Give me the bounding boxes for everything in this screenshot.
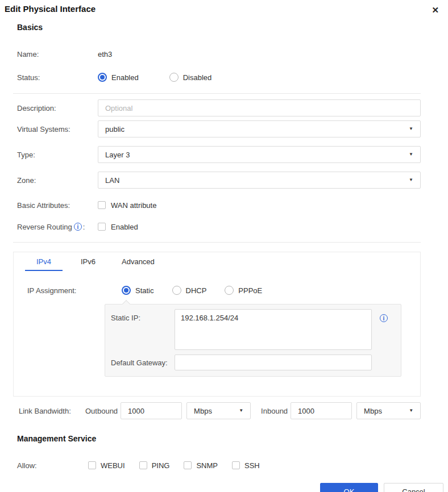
status-enabled-option[interactable]: Enabled <box>98 73 139 82</box>
checkbox-unchecked-icon[interactable] <box>88 461 96 469</box>
reverse-routing-row: Reverse Routing i : Enabled <box>17 222 421 232</box>
reverse-routing-label-group: Reverse Routing i : <box>17 223 98 231</box>
name-label: Name: <box>17 50 98 59</box>
checkbox-unchecked-icon[interactable] <box>98 201 106 209</box>
radio-checked-icon[interactable] <box>122 286 131 295</box>
zone-value: LAN <box>105 176 119 185</box>
type-select[interactable]: Layer 3 ▼ <box>98 146 421 163</box>
status-disabled-option[interactable]: Disabled <box>169 73 212 82</box>
reverse-routing-enabled-option[interactable]: Enabled <box>98 223 138 231</box>
zone-label: Zone: <box>17 176 98 185</box>
reverse-routing-colon: : <box>83 223 85 231</box>
status-enabled-label: Enabled <box>111 73 139 82</box>
static-ip-textarea[interactable]: 192.168.1.254/24 <box>175 309 372 350</box>
allow-webui-option[interactable]: WEBUI <box>88 461 125 470</box>
close-icon[interactable]: ✕ <box>430 4 440 16</box>
allow-ping-option[interactable]: PING <box>139 461 170 470</box>
allow-webui-label: WEBUI <box>101 461 125 470</box>
allow-label: Allow: <box>17 461 88 470</box>
tab-bar: IPv4 IPv6 Advanced <box>14 252 420 271</box>
type-value: Layer 3 <box>105 151 130 159</box>
allow-ssh-label: SSH <box>244 461 260 470</box>
allow-snmp-label: SNMP <box>196 461 218 470</box>
virtual-systems-label: Virtual Systems: <box>17 125 98 134</box>
info-icon[interactable]: i <box>74 223 82 231</box>
dialog-header: Edit Physical Interface ✕ <box>0 0 448 16</box>
static-ip-label: Static IP: <box>111 309 175 350</box>
checkbox-unchecked-icon[interactable] <box>184 461 192 469</box>
outbound-unit-value: Mbps <box>194 407 212 415</box>
default-gateway-label: Default Gateway: <box>111 358 175 367</box>
outbound-value-input[interactable] <box>121 402 182 419</box>
ip-assignment-static-label: Static <box>135 286 154 295</box>
type-row: Type: Layer 3 ▼ <box>17 146 421 163</box>
radio-unchecked-icon[interactable] <box>172 286 181 295</box>
name-value: eth3 <box>98 50 112 59</box>
allow-snmp-option[interactable]: SNMP <box>184 461 218 470</box>
ip-settings-panel: IPv4 IPv6 Advanced IP Assignment: Static… <box>13 252 421 397</box>
chevron-down-icon: ▼ <box>409 408 413 413</box>
info-icon[interactable]: i <box>380 314 388 322</box>
ip-assignment-pppoe-label: PPPoE <box>238 286 262 295</box>
wan-attribute-label: WAN attribute <box>111 201 156 210</box>
inbound-label: Inbound <box>261 407 288 415</box>
management-service-heading: Management Service <box>17 434 421 443</box>
default-gateway-input[interactable] <box>175 355 372 370</box>
divider <box>13 93 421 94</box>
checkbox-unchecked-icon[interactable] <box>232 461 240 469</box>
basics-heading: Basics <box>17 23 421 32</box>
type-label: Type: <box>17 151 98 159</box>
tab-ipv6[interactable]: IPv6 <box>69 252 107 271</box>
ip-assignment-radio-group: Static DHCP PPPoE <box>122 286 280 295</box>
radio-checked-icon[interactable] <box>98 73 107 82</box>
description-row: Description: <box>17 99 421 116</box>
basic-attributes-label: Basic Attributes: <box>17 201 98 210</box>
allow-row: Allow: WEBUI PING SNMP SSH <box>17 460 421 470</box>
dialog-title: Edit Physical Interface <box>5 4 96 14</box>
ip-assignment-static-option[interactable]: Static <box>122 286 154 295</box>
ip-assignment-pppoe-option[interactable]: PPPoE <box>225 286 262 295</box>
status-radio-group: Enabled Disabled <box>98 73 242 82</box>
chevron-down-icon: ▼ <box>409 178 413 182</box>
static-ip-row: Static IP: 192.168.1.254/24 i <box>111 309 394 350</box>
chevron-down-icon: ▼ <box>409 152 413 157</box>
dialog-footer: OK Cancel <box>0 483 448 492</box>
divider <box>13 242 421 243</box>
checkbox-unchecked-icon[interactable] <box>98 223 106 231</box>
description-input[interactable] <box>98 99 421 116</box>
default-gateway-row: Default Gateway: <box>111 355 394 370</box>
virtual-systems-select[interactable]: public ▼ <box>98 120 421 137</box>
ip-assignment-dhcp-label: DHCP <box>186 286 207 295</box>
panel-notch <box>122 300 130 308</box>
radio-unchecked-icon[interactable] <box>225 286 234 295</box>
ip-assignment-label: IP Assignment: <box>27 286 122 295</box>
name-row: Name: eth3 <box>17 48 421 60</box>
radio-unchecked-icon[interactable] <box>169 73 179 82</box>
inbound-unit-select[interactable]: Mbps ▼ <box>356 402 421 419</box>
allow-ssh-option[interactable]: SSH <box>232 461 260 470</box>
status-disabled-label: Disabled <box>183 73 212 82</box>
reverse-routing-label: Reverse Routing <box>17 223 72 231</box>
reverse-routing-enabled-label: Enabled <box>111 223 138 231</box>
virtual-systems-value: public <box>105 125 125 134</box>
ok-button[interactable]: OK <box>320 483 378 492</box>
chevron-down-icon: ▼ <box>409 127 413 131</box>
virtual-systems-row: Virtual Systems: public ▼ <box>17 120 421 137</box>
tab-advanced[interactable]: Advanced <box>114 252 163 271</box>
link-bandwidth-row: Link Bandwidth: Outbound Mbps ▼ Inbound … <box>19 402 425 419</box>
allow-ping-label: PING <box>152 461 170 470</box>
zone-row: Zone: LAN ▼ <box>17 172 421 189</box>
basic-attributes-row: Basic Attributes: WAN attribute <box>17 200 421 210</box>
wan-attribute-option[interactable]: WAN attribute <box>98 201 156 210</box>
chevron-down-icon: ▼ <box>239 408 243 413</box>
outbound-unit-select[interactable]: Mbps ▼ <box>186 402 251 419</box>
zone-select[interactable]: LAN ▼ <box>98 172 421 189</box>
ip-assignment-dhcp-option[interactable]: DHCP <box>172 286 207 295</box>
link-bandwidth-label: Link Bandwidth: <box>19 407 85 415</box>
inbound-value-input[interactable] <box>291 402 352 419</box>
cancel-button[interactable]: Cancel <box>384 483 443 492</box>
description-label: Description: <box>17 104 98 112</box>
tab-ipv4[interactable]: IPv4 <box>25 252 63 271</box>
checkbox-unchecked-icon[interactable] <box>139 461 147 469</box>
status-label: Status: <box>17 73 98 82</box>
